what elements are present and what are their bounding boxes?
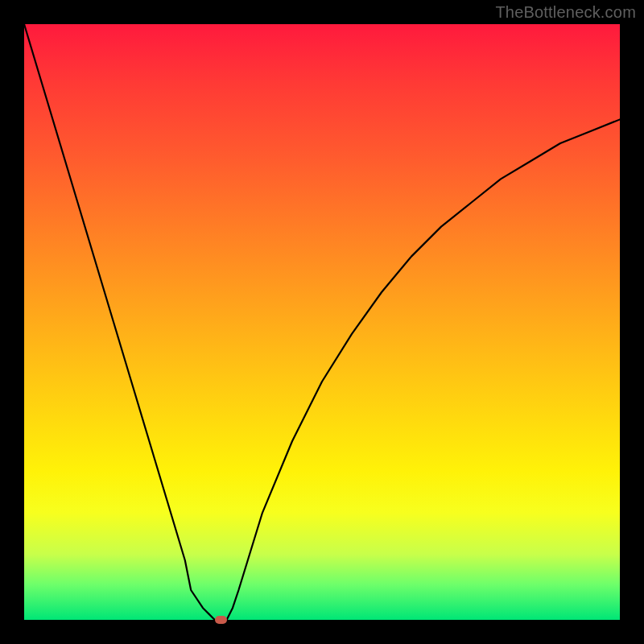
minimum-marker (215, 616, 227, 624)
plot-area (24, 24, 620, 620)
watermark-text: TheBottleneck.com (495, 3, 636, 22)
bottleneck-curve (24, 24, 620, 620)
chart-frame: TheBottleneck.com (0, 0, 644, 644)
